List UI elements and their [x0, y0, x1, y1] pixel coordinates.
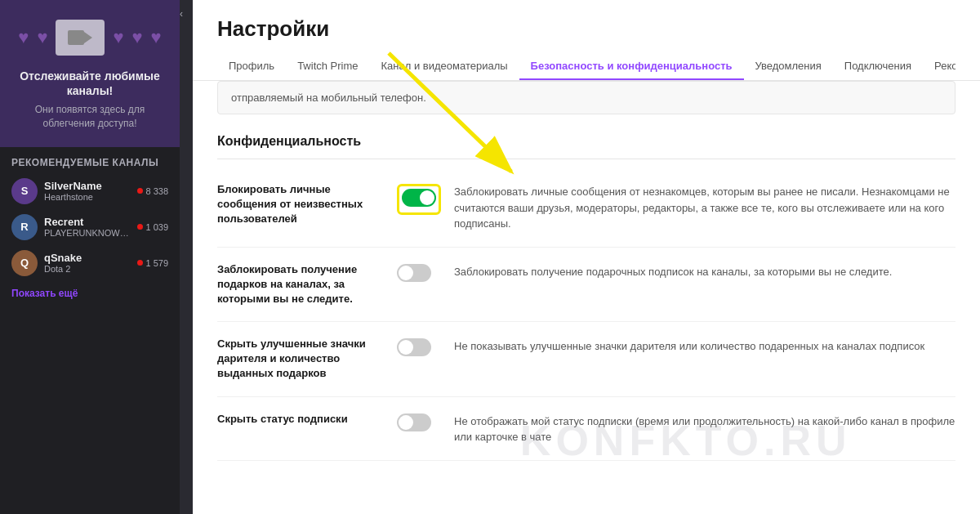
- channel-name-qsnake: qSnake: [44, 252, 131, 264]
- toggle-block-messages[interactable]: [402, 189, 436, 207]
- viewers-recrent: 1 039: [137, 222, 168, 232]
- tab-security[interactable]: Безопасность и конфиденциальность: [519, 53, 744, 80]
- heart-icon-5: ♥: [151, 27, 162, 48]
- banner-subtitle: Они появятся здесь для облегчения доступ…: [13, 103, 167, 131]
- toggle-hide-badges[interactable]: [397, 338, 431, 356]
- live-dot-qsnake: [137, 260, 143, 266]
- channel-game-qsnake: Dota 2: [44, 264, 131, 274]
- setting-toggle-col-4: [397, 412, 438, 435]
- setting-label-block-messages: Блокировать личные сообщения от неизвест…: [217, 182, 381, 227]
- live-dot-silvername: [137, 188, 143, 194]
- setting-row-hide-subscription: Скрыть статус подписки Не отображать мой…: [217, 397, 956, 461]
- heart-icon-4: ♥: [132, 27, 143, 48]
- recommended-channels-title: Рекомендуемые каналы: [0, 147, 180, 173]
- main-content: Настройки Профиль Twitch Prime Канал и в…: [193, 0, 980, 514]
- setting-label-col-1: Блокировать личные сообщения от неизвест…: [217, 182, 381, 227]
- setting-description-block-messages: Заблокировать личные сообщения от незнак…: [454, 182, 956, 232]
- svg-rect-0: [68, 30, 84, 45]
- setting-label-col-2: Заблокировать получение подарков на кана…: [217, 262, 381, 307]
- top-note: отправляемый на мобильный телефон.: [217, 81, 956, 114]
- toggle-hide-subscription[interactable]: [397, 413, 431, 431]
- channel-item-qsnake[interactable]: Q qSnake Dota 2 1 579: [0, 245, 180, 281]
- setting-toggle-col-3: [397, 337, 438, 360]
- sidebar-wrapper: ♥ ♥ ♥ ♥ ♥ Отслеживайте любимые каналы! О…: [0, 0, 180, 514]
- viewers-silvername: 8 338: [137, 186, 168, 196]
- live-dot-recrent: [137, 224, 143, 230]
- tab-notifications[interactable]: Уведомления: [744, 53, 833, 80]
- heart-icon-2: ♥: [37, 27, 47, 48]
- channel-name-recrent: Recrent: [44, 216, 131, 228]
- channel-game-recrent: PLAYERUNKNOWN'S...: [44, 228, 131, 238]
- page-header: Настройки Профиль Twitch Prime Канал и в…: [193, 0, 980, 81]
- sidebar: ♥ ♥ ♥ ♥ ♥ Отслеживайте любимые каналы! О…: [0, 0, 180, 514]
- channel-info-silvername: SilverName Hearthstone: [44, 180, 131, 202]
- heart-icon-3: ♥: [113, 27, 123, 48]
- toggle-block-gifts[interactable]: [397, 264, 431, 282]
- channel-info-recrent: Recrent PLAYERUNKNOWN'S...: [44, 216, 131, 238]
- privacy-section-header: Конфиденциальность: [217, 134, 956, 149]
- tab-twitch-prime[interactable]: Twitch Prime: [286, 53, 369, 80]
- channel-game-silvername: Hearthstone: [44, 192, 131, 202]
- channel-info-qsnake: qSnake Dota 2: [44, 252, 131, 274]
- setting-label-hide-subscription: Скрыть статус подписки: [217, 412, 381, 427]
- toggle-highlight-box: [397, 184, 441, 215]
- show-more-button[interactable]: Показать ещё: [0, 281, 180, 306]
- section-divider: [217, 159, 956, 159]
- setting-label-col-4: Скрыть статус подписки: [217, 412, 381, 427]
- channel-item-silvername[interactable]: S SilverName Hearthstone 8 338: [0, 173, 180, 209]
- avatar-qsnake: Q: [11, 250, 38, 276]
- tab-channel[interactable]: Канал и видеоматериалы: [370, 53, 519, 80]
- setting-row-block-gifts: Заблокировать получение подарков на кана…: [217, 248, 956, 323]
- setting-description-hide-badges: Не показывать улучшенные значки дарителя…: [454, 337, 956, 355]
- sidebar-collapse-button[interactable]: ‹: [180, 0, 193, 514]
- setting-label-block-gifts: Заблокировать получение подарков на кана…: [217, 262, 381, 307]
- setting-description-hide-subscription: Не отображать мой статус подписки (время…: [454, 412, 956, 445]
- avatar-recrent: R: [11, 214, 38, 240]
- setting-label-col-3: Скрыть улучшенные значки дарителя и коли…: [217, 337, 381, 382]
- viewers-qsnake: 1 579: [137, 258, 168, 268]
- banner-text: Отслеживайте любимые каналы! Они появятс…: [13, 69, 167, 131]
- setting-label-hide-badges: Скрыть улучшенные значки дарителя и коли…: [217, 337, 381, 382]
- setting-toggle-col-2: [397, 262, 438, 285]
- video-icon: [56, 20, 105, 56]
- setting-toggle-col-1: [397, 182, 438, 215]
- banner-title: Отслеживайте любимые каналы!: [13, 69, 167, 98]
- channel-item-recrent[interactable]: R Recrent PLAYERUNKNOWN'S... 1 039: [0, 209, 180, 245]
- tab-recommendations[interactable]: Рекомендации: [923, 53, 956, 80]
- setting-row-hide-badges: Скрыть улучшенные значки дарителя и коли…: [217, 322, 956, 397]
- setting-row-block-messages: Блокировать личные сообщения от неизвест…: [217, 168, 956, 248]
- tab-profile[interactable]: Профиль: [217, 53, 286, 80]
- svg-marker-1: [84, 32, 92, 43]
- settings-content: отправляемый на мобильный телефон. Конфи…: [193, 81, 980, 514]
- tab-connections[interactable]: Подключения: [833, 53, 923, 80]
- page-title: Настройки: [217, 16, 956, 42]
- main-content-wrapper: Настройки Профиль Twitch Prime Канал и в…: [193, 0, 980, 514]
- avatar-silvername: S: [11, 178, 38, 204]
- sidebar-banner-icons: ♥ ♥ ♥ ♥ ♥: [18, 20, 161, 56]
- setting-description-block-gifts: Заблокировать получение подарочных подпи…: [454, 262, 956, 280]
- heart-icon-1: ♥: [18, 27, 29, 48]
- sidebar-banner: ♥ ♥ ♥ ♥ ♥ Отслеживайте любимые каналы! О…: [0, 0, 180, 147]
- channel-name-silvername: SilverName: [44, 180, 131, 192]
- tabs-nav: Профиль Twitch Prime Канал и видеоматери…: [217, 53, 956, 80]
